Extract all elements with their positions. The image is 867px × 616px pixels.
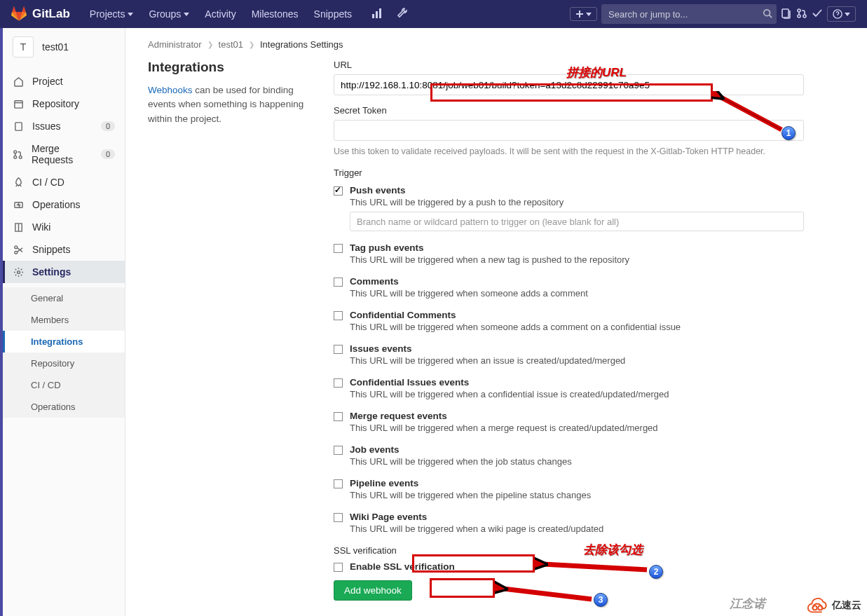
sidebar-item-issues[interactable]: Issues0: [3, 115, 125, 137]
trigger-title: Merge request events: [350, 411, 804, 421]
trigger-6: Merge request eventsThis URL will be tri…: [334, 406, 804, 440]
sidebar-items: Project Repository Issues0 Merge Request…: [3, 66, 125, 287]
search-input[interactable]: [608, 9, 763, 20]
trigger-desc: This URL will be triggered when someone …: [350, 322, 804, 332]
issues-icon[interactable]: [781, 8, 792, 21]
brand-logo[interactable]: GitLab: [11, 6, 70, 22]
sub-repository[interactable]: Repository: [3, 353, 125, 374]
svg-rect-11: [14, 100, 22, 107]
trigger-checkbox[interactable]: [334, 479, 343, 488]
secret-input[interactable]: [334, 120, 804, 141]
sidebar-item-settings[interactable]: Settings: [3, 261, 125, 283]
svg-point-18: [14, 245, 17, 248]
svg-point-19: [17, 271, 20, 273]
trigger-checkbox[interactable]: [334, 378, 343, 388]
section-intro: Integrations Webhooks can be used for bi…: [148, 60, 313, 601]
svg-rect-0: [372, 14, 374, 18]
branch-filter-input[interactable]: [350, 212, 804, 231]
svg-point-13: [14, 150, 17, 153]
trigger-5: Confidential Issues eventsThis URL will …: [334, 373, 804, 406]
add-webhook-button[interactable]: Add webhook: [334, 580, 412, 601]
project-header[interactable]: T test01: [3, 28, 125, 66]
trigger-7: Job eventsThis URL will be triggered whe…: [334, 440, 804, 474]
sub-operations[interactable]: Operations: [3, 396, 125, 418]
sub-members[interactable]: Members: [3, 309, 125, 331]
trigger-title: Confidential Issues events: [350, 377, 804, 388]
sidebar-item-merge-requests[interactable]: Merge Requests0: [3, 137, 125, 171]
sub-general[interactable]: General: [3, 287, 125, 309]
sidebar-item-cicd[interactable]: CI / CD: [3, 171, 125, 193]
webhooks-link[interactable]: Webhooks: [148, 85, 193, 95]
trigger-title: Issues events: [350, 343, 804, 354]
url-label: URL: [334, 60, 804, 70]
crumb-current: Integrations Settings: [260, 39, 343, 50]
project-sidebar: T test01 Project Repository Issues0 Merg…: [3, 28, 125, 616]
svg-point-17: [14, 251, 17, 254]
chevron-down-icon: [845, 13, 850, 16]
issue-icon: [13, 121, 24, 132]
nav-activity[interactable]: Activity: [198, 4, 243, 24]
nav-milestones[interactable]: Milestones: [245, 4, 306, 24]
ssl-checkbox[interactable]: [334, 563, 343, 572]
chevron-down-icon: [586, 13, 592, 16]
annotation-num-2: 2: [649, 565, 663, 579]
annotation-num-1: 1: [781, 126, 796, 140]
sidebar-item-project[interactable]: Project: [3, 70, 125, 93]
trigger-desc: This URL will be triggered when a confid…: [350, 389, 804, 399]
trigger-desc: This URL will be triggered when someone …: [350, 288, 804, 299]
url-input[interactable]: [334, 74, 804, 95]
plus-icon: [575, 10, 584, 18]
trigger-checkbox[interactable]: [334, 278, 343, 287]
gear-icon: [13, 267, 24, 278]
nav-snippets[interactable]: Snippets: [307, 4, 359, 24]
todos-icon[interactable]: [812, 8, 823, 21]
trigger-checkbox[interactable]: [334, 345, 343, 354]
trigger-title: Push events: [350, 185, 804, 196]
trigger-desc: This URL will be triggered when a merge …: [350, 423, 804, 433]
sidebar-item-wiki[interactable]: Wiki: [3, 216, 125, 238]
trigger-checkbox[interactable]: [334, 186, 343, 196]
nav-projects[interactable]: Projects: [83, 4, 141, 24]
trigger-checkbox[interactable]: [334, 311, 343, 320]
sidebar-item-operations[interactable]: Operations: [3, 193, 125, 216]
svg-point-27: [813, 605, 817, 610]
trigger-9: Wiki Page eventsThis URL will be trigger…: [334, 507, 804, 541]
home-icon: [13, 76, 24, 87]
scissors-icon: [13, 245, 24, 255]
sidebar-item-snippets[interactable]: Snippets: [3, 238, 125, 261]
svg-point-15: [19, 156, 22, 158]
chart-bar-icon[interactable]: [367, 4, 387, 25]
crumb-project[interactable]: test01: [219, 39, 243, 50]
crumb-admin[interactable]: Administrator: [148, 39, 202, 50]
chevron-right-icon: ❯: [207, 41, 213, 48]
trigger-checkbox[interactable]: [334, 446, 343, 455]
global-search[interactable]: [601, 4, 777, 24]
trigger-desc: This URL will be triggered when an issue…: [350, 355, 804, 366]
trigger-desc: This URL will be triggered by a push to …: [350, 197, 804, 207]
trigger-checkbox[interactable]: [334, 244, 343, 253]
svg-rect-12: [15, 122, 21, 130]
svg-point-7: [798, 9, 800, 12]
gitlab-icon: [11, 6, 27, 22]
brand-text: GitLab: [32, 7, 70, 21]
project-avatar: T: [13, 36, 34, 57]
trigger-checkbox[interactable]: [334, 412, 343, 421]
wrench-icon[interactable]: [392, 4, 412, 25]
search-icon[interactable]: [763, 8, 772, 20]
trigger-2: CommentsThis URL will be triggered when …: [334, 272, 804, 306]
ops-icon: [13, 200, 24, 210]
folder-icon: [13, 99, 24, 109]
svg-point-9: [803, 15, 806, 18]
mr-icon: [13, 149, 23, 160]
sidebar-item-repository[interactable]: Repository: [3, 93, 125, 115]
sub-cicd[interactable]: CI / CD: [3, 374, 125, 396]
help-dropdown[interactable]: [827, 6, 856, 22]
sub-integrations[interactable]: Integrations: [3, 331, 125, 353]
merge-request-icon[interactable]: [796, 8, 807, 21]
ssl-label: SSL verification: [334, 545, 804, 556]
nav-links: Projects Groups Activity Milestones Snip…: [83, 4, 359, 24]
trigger-checkbox[interactable]: [334, 513, 343, 522]
nav-groups[interactable]: Groups: [142, 4, 196, 24]
new-dropdown[interactable]: [570, 7, 597, 21]
trigger-desc: This URL will be triggered when the pipe…: [350, 490, 804, 500]
